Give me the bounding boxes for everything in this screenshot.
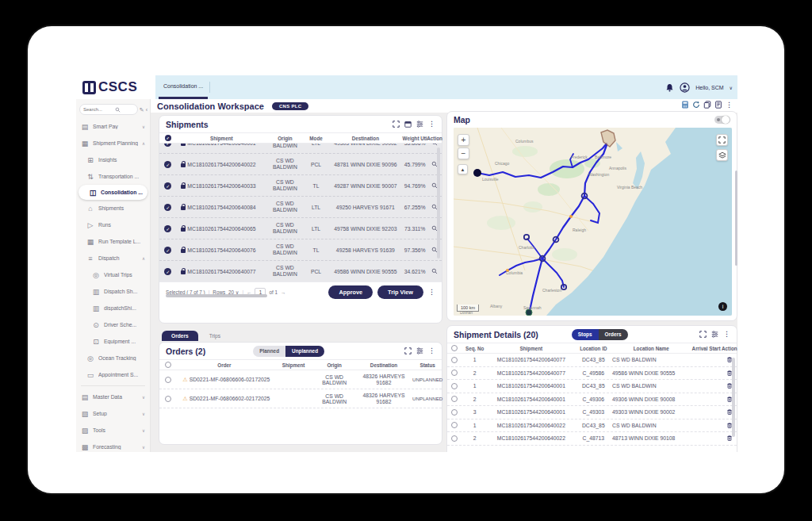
row-radio[interactable] bbox=[165, 377, 171, 383]
next-page-icon[interactable]: → bbox=[281, 289, 285, 295]
table-row[interactable]: ✓ MC18102617544200640077 CS WD BALDWIN P… bbox=[159, 261, 442, 282]
avatar-icon[interactable] bbox=[680, 82, 690, 93]
unplanned-toggle[interactable]: Unplanned bbox=[285, 346, 324, 357]
sidebar-item-consolidation[interactable]: ◫Consolidation ... bbox=[79, 185, 147, 200]
table-row[interactable]: 1 MC18102617544200640077 DC43_85 CS WD B… bbox=[447, 354, 737, 367]
table-row[interactable]: 2 MC18102617544200640077 C_49586 49586 W… bbox=[447, 367, 737, 381]
refresh-icon[interactable] bbox=[692, 101, 700, 109]
search-box[interactable] bbox=[79, 104, 138, 115]
sidebar-item-dispatch-sh[interactable]: ▥Dispatch Sh... bbox=[76, 283, 150, 300]
expand-icon[interactable] bbox=[404, 347, 412, 354]
sidebar-item-shipment-planning[interactable]: ▦Shipment Planning∧ bbox=[76, 135, 150, 151]
table-row[interactable]: ⚠SD0221-MF-06806606-02172025 CS WD BALDW… bbox=[159, 370, 442, 389]
search-input[interactable] bbox=[83, 107, 113, 112]
filter-settings-icon[interactable] bbox=[416, 347, 423, 354]
table-row[interactable]: 3 MC18102617544200640001 C_49303 49303 W… bbox=[447, 406, 737, 419]
sidebar-item-ocean-tracking[interactable]: ◎Ocean Tracking bbox=[76, 350, 150, 366]
table-row[interactable]: 1 MC18102617544200640022 DC43_85 CS WD B… bbox=[447, 419, 737, 433]
view-details-icon[interactable] bbox=[431, 144, 438, 146]
table-row[interactable]: ✓ MC18102617544200640001 CS WD BALDWIN L… bbox=[159, 144, 442, 154]
sidebar-item-master-data[interactable]: ▤Master Data∨ bbox=[76, 389, 150, 405]
report-icon[interactable] bbox=[714, 101, 722, 109]
select-all-radio[interactable] bbox=[451, 345, 458, 351]
tab-trips[interactable]: Trips bbox=[206, 331, 224, 341]
user-greeting[interactable]: Hello, SCM bbox=[695, 85, 723, 90]
stops-toggle[interactable]: Stops bbox=[572, 329, 599, 340]
row-radio[interactable] bbox=[451, 383, 458, 389]
row-radio[interactable] bbox=[451, 357, 458, 363]
filter-settings-icon[interactable] bbox=[416, 121, 423, 128]
table-row[interactable]: ✓ MC18102617544200640022 CS WD BALDWIN P… bbox=[159, 154, 442, 175]
sidebar-item-forecasting[interactable]: ▩Forecasting∨ bbox=[76, 439, 150, 452]
sidebar-item-driver-schedule[interactable]: ⊙Driver Sche... bbox=[76, 316, 150, 333]
row-radio[interactable] bbox=[451, 409, 458, 416]
row-checkbox[interactable]: ✓ bbox=[164, 268, 171, 275]
zoom-out-button[interactable]: − bbox=[458, 147, 469, 159]
sidebar-item-runs[interactable]: ▷Runs bbox=[76, 216, 150, 233]
vertical-scrollbar[interactable] bbox=[437, 147, 440, 259]
row-radio[interactable] bbox=[165, 396, 171, 402]
more-vertical-icon[interactable]: ⋮ bbox=[726, 102, 733, 109]
copy-icon[interactable] bbox=[703, 101, 711, 109]
chevron-down-icon[interactable]: ∨ bbox=[730, 85, 733, 90]
more-vertical-icon[interactable]: ⋮ bbox=[428, 347, 435, 354]
notifications-bell-icon[interactable] bbox=[665, 83, 674, 92]
horizontal-scrollbar[interactable] bbox=[166, 294, 267, 297]
more-vertical-icon[interactable]: ⋮ bbox=[428, 289, 435, 296]
sidebar-item-dispatchshi[interactable]: ▥dispatchShi... bbox=[76, 300, 150, 316]
compass-button[interactable]: ▲ bbox=[458, 164, 468, 174]
sidebar-item-appointment[interactable]: ▭Appointment S... bbox=[76, 366, 150, 383]
planned-toggle[interactable]: Planned bbox=[253, 346, 285, 357]
select-all-checkbox[interactable]: ✓ bbox=[165, 135, 171, 141]
row-checkbox[interactable]: ✓ bbox=[164, 161, 171, 168]
tab-orders[interactable]: Orders bbox=[162, 331, 198, 341]
sidebar-item-insights[interactable]: ⊞Insights bbox=[76, 151, 150, 168]
new-note-icon[interactable]: ✎ bbox=[140, 107, 144, 113]
table-row[interactable]: ✓ MC18102617544200640065 CS WD BALDWIN L… bbox=[159, 218, 442, 239]
table-row[interactable]: ⚠SD0221-MF-06806602-02172025 CS WD BALDW… bbox=[159, 389, 442, 408]
orders-toggle[interactable]: Orders bbox=[599, 329, 628, 340]
map-toggle-switch[interactable] bbox=[714, 116, 730, 124]
row-checkbox[interactable]: ✓ bbox=[164, 225, 171, 232]
expand-icon[interactable] bbox=[393, 121, 400, 128]
layers-button[interactable] bbox=[716, 149, 728, 161]
table-row[interactable]: ✓ MC18102617544200640033 CS WD BALDWIN T… bbox=[159, 175, 442, 197]
vertical-scrollbar[interactable] bbox=[732, 358, 735, 437]
view-details-icon[interactable] bbox=[431, 268, 438, 274]
sidebar-item-equipment[interactable]: ⊡Equipment ... bbox=[76, 333, 150, 350]
sidebar-item-virtual-trips[interactable]: ◎Virtual Trips bbox=[76, 266, 150, 283]
row-checkbox[interactable]: ✓ bbox=[164, 204, 171, 211]
app-scrollbar[interactable] bbox=[735, 170, 737, 266]
sidebar-item-tools[interactable]: ▨Tools∨ bbox=[76, 422, 150, 439]
sidebar-item-setup[interactable]: ▧Setup∨ bbox=[76, 405, 150, 422]
row-checkbox[interactable]: ✓ bbox=[164, 144, 171, 147]
zoom-in-button[interactable]: + bbox=[458, 134, 469, 146]
more-vertical-icon[interactable]: ⋮ bbox=[428, 121, 435, 128]
row-checkbox[interactable]: ✓ bbox=[164, 182, 171, 190]
table-row[interactable]: ✓ MC18102617544200640076 CS WD BALDWIN T… bbox=[159, 239, 442, 261]
row-radio[interactable] bbox=[451, 396, 458, 402]
sidebar-item-shipments[interactable]: ⌂Shipments bbox=[76, 200, 150, 216]
sidebar-item-run-template[interactable]: ▦Run Template L... bbox=[76, 233, 150, 250]
trip-view-button[interactable]: Trip View bbox=[377, 285, 423, 299]
table-row[interactable]: 1 MC18102617544200640001 DC43_85 CS WD B… bbox=[447, 380, 737, 393]
approve-button[interactable]: Approve bbox=[328, 285, 373, 299]
row-radio[interactable] bbox=[451, 435, 458, 442]
row-radio[interactable] bbox=[451, 422, 458, 428]
attribution-icon[interactable]: i bbox=[718, 302, 727, 311]
table-row[interactable]: 2 MC18102617544200640001 C_49306 49306 W… bbox=[447, 393, 737, 407]
map-canvas[interactable]: Columbus Chicago Louisville Frederick Ba… bbox=[454, 128, 732, 316]
select-all-radio[interactable] bbox=[165, 362, 171, 368]
filter-settings-icon[interactable] bbox=[711, 331, 718, 338]
more-vertical-icon[interactable]: ⋮ bbox=[723, 331, 730, 338]
table-row[interactable]: ✓ MC18102617544200640084 CS WD BALDWIN L… bbox=[159, 197, 442, 218]
table-row[interactable]: 2 MC18102617544200640022 C_48713 48713 W… bbox=[447, 432, 737, 446]
row-radio[interactable] bbox=[451, 370, 458, 376]
expand-icon[interactable] bbox=[699, 331, 707, 338]
sidebar-item-transportation[interactable]: ⇅Transportation ... bbox=[76, 168, 150, 185]
sidebar-item-dispatch[interactable]: ≡Dispatch∧ bbox=[76, 250, 150, 266]
calculator-icon[interactable] bbox=[681, 101, 689, 109]
sidebar-item-smart-pay[interactable]: ▤Smart Pay∨ bbox=[76, 118, 150, 135]
calendar-view-icon[interactable] bbox=[404, 121, 412, 128]
tab-consolidation[interactable]: Consolidation ... bbox=[159, 75, 208, 99]
